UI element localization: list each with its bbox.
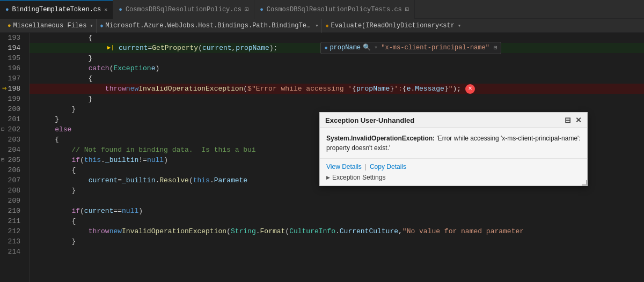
bc-class-label: Microsoft.Azure.WebJobs.Host.Bindings.Pa… <box>106 22 312 29</box>
line-num-206: 206 <box>0 165 25 175</box>
exception-header-controls: ⊟ ✕ <box>565 116 582 124</box>
bc-files-label: Miscellaneous Files <box>13 22 87 29</box>
code-line-196: catch ( Exception e ) <box>30 63 644 73</box>
copy-details-link[interactable]: Copy Details <box>370 163 406 170</box>
code-line-208: } <box>30 185 644 196</box>
line-num-199: 199 <box>0 94 25 104</box>
line-num-211: 211 <box>0 216 25 226</box>
link-separator: | <box>365 163 367 170</box>
line-num-208: 208 <box>0 185 25 196</box>
breadcrumb: ● Miscellaneous Files ▾ ◆ Microsoft.Azur… <box>0 19 644 33</box>
line-num-200: 200 <box>0 104 25 114</box>
exception-text: System.InvalidOperationException: 'Error… <box>326 133 581 153</box>
triangle-icon: ▶ <box>326 175 330 180</box>
exception-type: System.InvalidOperationException: <box>326 135 435 142</box>
dirty-indicator: ⊡ <box>245 5 248 13</box>
pin-button[interactable]: ⊟ <box>565 116 571 124</box>
view-details-link[interactable]: View Details <box>326 163 362 170</box>
tab-cosmosdb-policy[interactable]: ● CosmosDBSqlResolutionPolicy.cs ⊡ <box>113 0 254 19</box>
bc-class-icon: ◆ <box>100 23 103 29</box>
exception-settings-label: Exception Settings <box>332 174 385 181</box>
code-line-194: ▶| current = GetProperty ( current , pro… <box>30 43 644 53</box>
search-icon[interactable]: 🔍 <box>363 43 371 53</box>
resize-handle[interactable] <box>582 180 587 185</box>
dirty-indicator: ⊡ <box>405 5 409 13</box>
line-num-210: 210 <box>0 206 25 216</box>
fold-icon[interactable]: ⊟ <box>1 155 4 165</box>
code-editor: 193 194 195 196 197 ⇒ 198 199 200 201 ⊟ … <box>0 33 644 282</box>
bc-method-icon: ◆ <box>325 23 328 29</box>
line-num-196: 196 <box>0 63 25 73</box>
tab-cosmosdb-tests[interactable]: ● CosmosDBSqlResolutionPolicyTests.cs ⊡ <box>254 0 415 19</box>
line-num-214: 214 <box>0 247 25 257</box>
tab-icon: ● <box>119 6 122 13</box>
execution-arrow: ⇒ <box>2 84 6 94</box>
tab-label: CosmosDBSqlResolutionPolicy.cs <box>126 6 241 13</box>
line-num-212: 212 <box>0 226 25 236</box>
inline-propname-tooltip: ◆ propName 🔍 ▾ "x-ms-client-principal-na… <box>320 42 501 54</box>
tab-label: BindingTemplateToken.cs <box>12 6 101 13</box>
line-num-193: 193 <box>0 33 25 43</box>
line-num-204: 204 <box>0 145 25 155</box>
chevron-down-icon: ▾ <box>90 23 93 29</box>
tab-binding-template[interactable]: ● BindingTemplateToken.cs ✕ <box>0 0 113 19</box>
line-num-207: 207 <box>0 175 25 185</box>
code-line-195: } <box>30 53 644 63</box>
code-line-199: } <box>30 94 644 104</box>
bc-method-label: Evaluate(IReadOnlyDictionary<str <box>331 22 455 29</box>
line-num-201: 201 <box>0 114 25 124</box>
code-line-213: } <box>30 236 644 247</box>
fold-icon[interactable]: ⊟ <box>1 124 4 135</box>
line-num-213: 213 <box>0 236 25 247</box>
code-line-198: throw new InvalidOperationException ( $"… <box>30 84 644 94</box>
line-numbers: 193 194 195 196 197 ⇒ 198 199 200 201 ⊟ … <box>0 33 30 282</box>
exception-header: Exception User-Unhandled ⊟ ✕ <box>320 113 587 128</box>
tooltip-separator: ▾ <box>374 43 378 53</box>
chevron-down-icon: ▾ <box>458 23 461 29</box>
exception-title: Exception User-Unhandled <box>325 116 414 124</box>
code-line-197: { <box>30 73 644 84</box>
line-num-209: 209 <box>0 196 25 206</box>
tab-icon: ● <box>5 6 9 13</box>
exception-popup: Exception User-Unhandled ⊟ ✕ System.Inva… <box>319 112 588 186</box>
exception-body: System.InvalidOperationException: 'Error… <box>320 128 587 158</box>
line-num-194: 194 <box>0 43 25 53</box>
code-line-211: { <box>30 216 644 226</box>
code-line-210: if ( current == null ) <box>30 206 644 216</box>
chevron-down-icon: ▾ <box>315 23 318 29</box>
bc-files-icon: ● <box>8 23 11 29</box>
close-button[interactable]: ✕ <box>575 116 582 124</box>
tab-bar: ● BindingTemplateToken.cs ✕ ● CosmosDBSq… <box>0 0 644 19</box>
code-line-212: throw new InvalidOperationException ( St… <box>30 226 644 236</box>
line-num-198: ⇒ 198 <box>0 84 25 94</box>
tooltip-prop-label: propName <box>330 43 361 53</box>
tooltip-value: "x-ms-client-principal-name" <box>381 43 489 53</box>
tooltip-pin-icon[interactable]: ⊟ <box>494 43 497 53</box>
line-num-195: 195 <box>0 53 25 63</box>
error-indicator: ✕ <box>465 84 475 94</box>
line-num-203: 203 <box>0 135 25 145</box>
code-line-214 <box>30 247 644 257</box>
line-num-197: 197 <box>0 73 25 84</box>
exception-links: View Details | Copy Details <box>326 163 581 170</box>
breadcrumb-section-class[interactable]: ◆ Microsoft.Azure.WebJobs.Host.Bindings.… <box>97 19 322 33</box>
tooltip-prop-icon: ◆ <box>324 43 327 53</box>
line-num-205: ⊟ 205 <box>0 155 25 165</box>
breadcrumb-section-files[interactable]: ● Miscellaneous Files ▾ <box>4 19 97 33</box>
code-line-209 <box>30 196 644 206</box>
exception-footer: View Details | Copy Details ▶ Exception … <box>320 158 587 185</box>
breadcrumb-section-method[interactable]: ◆ Evaluate(IReadOnlyDictionary<str ▾ <box>322 19 640 33</box>
close-icon[interactable]: ✕ <box>104 6 107 13</box>
line-num-202: ⊟ 202 <box>0 124 25 135</box>
tab-label: CosmosDBSqlResolutionPolicyTests.cs <box>267 6 402 13</box>
tab-icon: ● <box>260 6 264 13</box>
exception-settings-row[interactable]: ▶ Exception Settings <box>326 174 581 181</box>
